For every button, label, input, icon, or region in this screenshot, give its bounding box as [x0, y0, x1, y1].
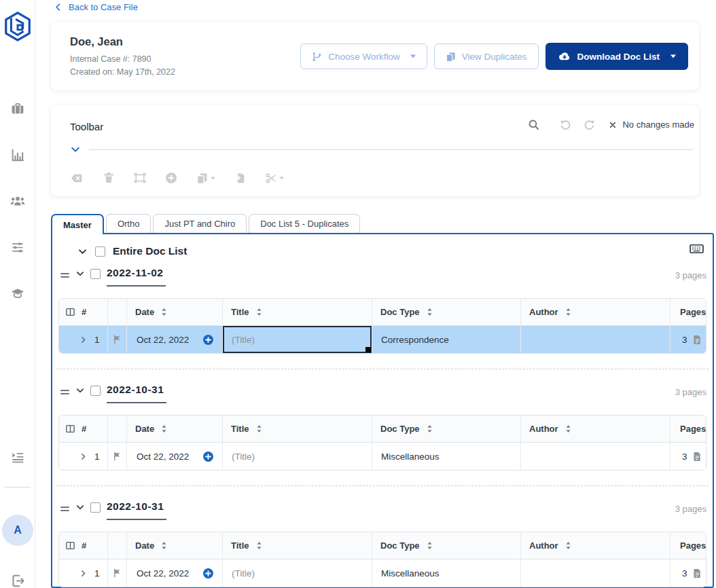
clear-x-icon[interactable] [609, 121, 617, 129]
row-author-cell[interactable] [521, 443, 670, 470]
briefcase-icon[interactable] [11, 103, 24, 115]
page-icon[interactable] [693, 568, 702, 578]
chevron-down-icon[interactable] [77, 247, 88, 256]
row-title-cell[interactable]: (Title) [223, 559, 372, 587]
copy-dropdown-icon[interactable] [196, 172, 215, 184]
column-header-num[interactable]: # [59, 532, 108, 559]
row-doc-type-cell[interactable]: Correspondence [372, 326, 521, 353]
view-duplicates-button[interactable]: View Duplicates [434, 43, 539, 69]
column-header-num[interactable]: # [59, 299, 108, 326]
row-flag-cell[interactable] [108, 559, 127, 587]
choose-workflow-button[interactable]: Choose Workflow [300, 43, 427, 69]
row-author-cell[interactable] [521, 326, 670, 353]
scissors-dropdown-icon[interactable] [265, 172, 284, 184]
sort-icon[interactable] [161, 308, 167, 316]
sort-icon[interactable] [427, 308, 433, 316]
chevron-down-icon[interactable] [75, 386, 85, 394]
row-date-cell[interactable]: Oct 22, 2022 [127, 326, 223, 353]
sort-icon[interactable] [565, 424, 571, 433]
tab-ortho[interactable]: Ortho [106, 214, 151, 233]
page-icon[interactable] [693, 335, 702, 345]
chevron-down-icon[interactable] [75, 270, 85, 278]
entire-doc-list-checkbox[interactable] [95, 246, 105, 257]
row-doc-type-cell[interactable]: Miscellaneous [372, 559, 521, 587]
keyboard-icon[interactable] [690, 244, 704, 254]
row-pages-cell[interactable]: 3 [670, 559, 706, 587]
frame-icon[interactable] [134, 172, 146, 184]
logout-icon[interactable] [11, 574, 24, 587]
undo-icon[interactable] [560, 119, 571, 130]
sort-icon[interactable] [256, 308, 262, 316]
row-title-cell[interactable]: (Title) [223, 443, 372, 470]
back-to-case-file-link[interactable]: Back to Case File [54, 2, 138, 12]
column-header-date[interactable]: Date [127, 416, 223, 443]
group-checkbox[interactable] [90, 386, 101, 396]
drag-handle-icon[interactable] [60, 387, 70, 397]
column-header-date[interactable]: Date [127, 299, 223, 326]
bar-chart-icon[interactable] [11, 149, 24, 162]
row-date-cell[interactable]: Oct 22, 2022 [127, 443, 223, 470]
column-header-doc-type[interactable]: Doc Type [372, 532, 521, 559]
fill-handle[interactable] [365, 347, 371, 352]
row-author-cell[interactable] [521, 559, 670, 587]
sort-icon[interactable] [161, 424, 167, 433]
trash-icon[interactable] [103, 172, 115, 184]
column-header-date[interactable]: Date [127, 532, 223, 559]
sliders-icon[interactable] [11, 241, 24, 254]
column-header-title[interactable]: Title [223, 416, 372, 443]
drag-handle-icon[interactable] [60, 504, 70, 514]
row-flag-cell[interactable] [108, 326, 127, 353]
row-pages-cell[interactable]: 3 [670, 326, 706, 353]
sort-icon[interactable] [427, 541, 433, 550]
row-flag-cell[interactable] [108, 443, 127, 470]
tag-remove-icon[interactable] [70, 172, 84, 184]
row-doc-type-cell[interactable]: Miscellaneous [372, 443, 521, 470]
tab-master[interactable]: Master [51, 214, 104, 234]
import-doc-icon[interactable] [234, 172, 246, 184]
add-circle-icon[interactable] [202, 568, 214, 579]
sort-icon[interactable] [565, 308, 571, 316]
column-header-title[interactable]: Title [223, 299, 372, 326]
sort-icon[interactable] [565, 541, 571, 550]
column-header-author[interactable]: Author [521, 532, 670, 559]
sort-icon[interactable] [256, 541, 262, 550]
download-doc-list-button[interactable]: Download Doc List [545, 43, 689, 70]
sort-icon[interactable] [256, 424, 262, 433]
search-icon[interactable] [528, 119, 539, 130]
add-circle-icon[interactable] [202, 334, 214, 346]
app-logo-icon[interactable] [2, 11, 33, 42]
table-columns-icon[interactable] [65, 540, 75, 551]
column-header-num[interactable]: # [59, 416, 108, 443]
column-header-doc-type[interactable]: Doc Type [372, 416, 521, 443]
expand-chevron-icon[interactable] [79, 570, 87, 577]
graduation-cap-icon[interactable] [10, 288, 24, 299]
expand-chevron-icon[interactable] [79, 453, 87, 460]
sort-icon[interactable] [427, 424, 433, 433]
tab-just-pt-and-chiro[interactable]: Just PT and Chiro [153, 214, 247, 233]
row-title-cell-selected[interactable]: (Title) [223, 326, 372, 353]
sort-icon[interactable] [161, 541, 167, 550]
redo-icon[interactable] [584, 119, 595, 130]
column-header-title[interactable]: Title [223, 532, 372, 559]
chevron-down-icon[interactable] [670, 54, 676, 58]
drag-handle-icon[interactable] [60, 270, 70, 280]
row-date-cell[interactable]: Oct 22, 2022 [127, 559, 223, 587]
group-checkbox[interactable] [90, 502, 101, 513]
group-checkbox[interactable] [90, 269, 101, 279]
chevron-down-icon[interactable] [75, 503, 85, 511]
add-circle-icon[interactable] [202, 451, 214, 462]
tab-doc-list-5-duplicates[interactable]: Doc List 5 - Duplicates [249, 214, 360, 233]
table-columns-icon[interactable] [65, 307, 75, 317]
indent-list-icon[interactable] [11, 452, 24, 463]
add-circle-icon[interactable] [165, 172, 177, 184]
users-icon[interactable] [10, 195, 25, 207]
page-icon[interactable] [693, 452, 702, 462]
expand-chevron-icon[interactable] [79, 336, 87, 344]
collapse-chevron-icon[interactable] [70, 145, 81, 154]
column-header-author[interactable]: Author [521, 299, 670, 326]
row-pages-cell[interactable]: 3 [670, 443, 706, 470]
column-header-author[interactable]: Author [521, 416, 670, 443]
avatar[interactable]: A [2, 515, 33, 546]
column-header-doc-type[interactable]: Doc Type [372, 299, 521, 326]
table-columns-icon[interactable] [65, 424, 75, 434]
